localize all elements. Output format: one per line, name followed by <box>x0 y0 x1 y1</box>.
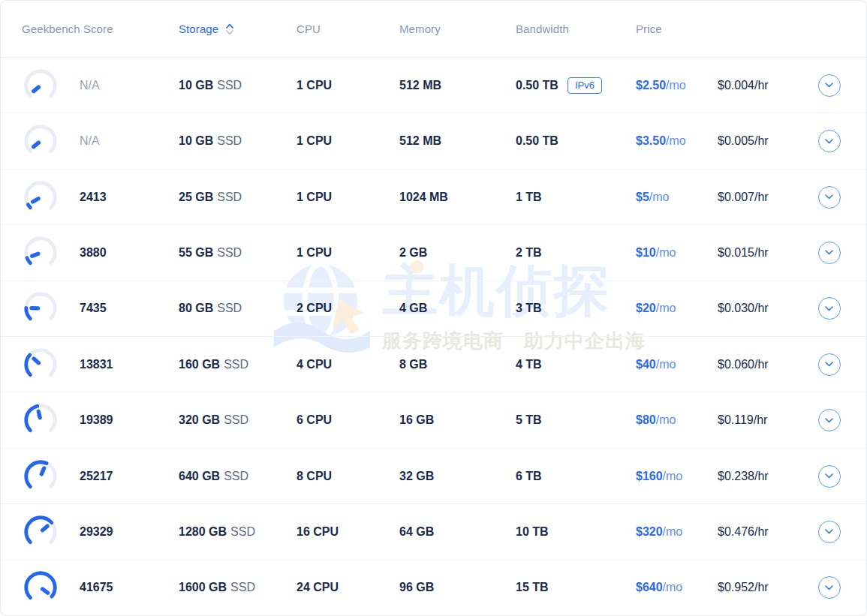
gauge-icon <box>22 458 59 495</box>
table-row: 2413 25 GBSSD 1 CPU 1024 MB 1 TB $5/mo $… <box>1 169 866 224</box>
memory-value: 1024 MB <box>399 191 516 204</box>
expand-row-button[interactable] <box>818 409 841 431</box>
storage-value: 640 GB <box>179 470 220 482</box>
price-monthly-suffix: /mo <box>656 413 676 426</box>
storage-unit: SSD <box>224 413 248 426</box>
geekbench-score-value: 19389 <box>80 413 179 427</box>
table-row: 7435 80 GBSSD 2 CPU 4 GB 3 TB $20/mo $0.… <box>1 281 866 336</box>
storage-unit: SSD <box>217 134 242 147</box>
bandwidth-value: 1 TB <box>516 191 542 204</box>
ipv6-badge: IPv6 <box>567 77 602 94</box>
geekbench-score-value: 41675 <box>80 581 179 594</box>
bandwidth-value: 0.50 TB <box>516 79 558 92</box>
price-hourly: $0.476/hr <box>718 525 811 539</box>
gauge-icon <box>22 513 59 551</box>
gauge-icon <box>22 401 59 439</box>
storage-unit: SSD <box>230 525 255 538</box>
expand-row-button[interactable] <box>818 130 841 152</box>
storage-unit: SSD <box>217 191 242 203</box>
cpu-value: 1 CPU <box>297 246 399 260</box>
memory-value: 8 GB <box>399 358 516 371</box>
expand-row-button[interactable] <box>818 576 841 599</box>
gauge-icon <box>22 179 59 216</box>
column-header-memory: Memory <box>399 23 516 35</box>
memory-value: 64 GB <box>399 525 516 539</box>
memory-value: 16 GB <box>399 413 516 427</box>
cpu-value: 8 CPU <box>297 470 399 483</box>
price-monthly: $640 <box>636 581 663 593</box>
memory-value: 96 GB <box>399 581 516 594</box>
geekbench-score-value: N/A <box>80 134 179 148</box>
storage-unit: SSD <box>217 302 242 314</box>
chevron-down-icon <box>824 194 834 200</box>
chevron-down-icon <box>824 249 834 256</box>
geekbench-score-value: 25217 <box>80 470 179 483</box>
chevron-down-icon <box>824 417 834 424</box>
cpu-value: 1 CPU <box>297 79 399 92</box>
price-hourly: $0.952/hr <box>718 581 811 594</box>
price-monthly-suffix: /mo <box>649 191 670 203</box>
geekbench-score-value: 29329 <box>80 525 179 539</box>
column-header-storage[interactable]: Storage <box>179 23 297 36</box>
storage-value: 10 GB <box>179 79 213 92</box>
table-row: 3880 55 GBSSD 1 CPU 2 GB 2 TB $10/mo $0.… <box>1 224 866 280</box>
expand-row-button[interactable] <box>818 186 841 209</box>
gauge-icon <box>22 67 59 104</box>
storage-unit: SSD <box>224 470 248 482</box>
bandwidth-value: 6 TB <box>516 470 542 483</box>
price-monthly: $2.50 <box>636 79 666 92</box>
storage-unit: SSD <box>224 358 248 371</box>
table-row: N/A 10 GBSSD 1 CPU 512 MB 0.50 TB IPv6 $… <box>1 58 866 113</box>
expand-row-button[interactable] <box>818 521 841 543</box>
price-hourly: $0.004/hr <box>718 79 811 92</box>
storage-value: 1280 GB <box>179 525 227 538</box>
price-hourly: $0.119/hr <box>718 413 811 427</box>
table-row: N/A 10 GBSSD 1 CPU 512 MB 0.50 TB $3.50/… <box>1 113 866 168</box>
price-monthly: $320 <box>636 525 663 538</box>
chevron-down-icon <box>824 584 834 591</box>
bandwidth-value: 10 TB <box>516 525 549 539</box>
price-hourly: $0.005/hr <box>718 134 811 148</box>
price-monthly: $5 <box>636 191 649 203</box>
price-hourly: $0.015/hr <box>718 246 811 260</box>
geekbench-score-value: 7435 <box>80 302 179 315</box>
column-header-storage-label: Storage <box>179 23 218 35</box>
memory-value: 32 GB <box>399 470 516 483</box>
price-monthly-suffix: /mo <box>663 470 683 482</box>
storage-value: 10 GB <box>179 134 213 147</box>
sort-icon[interactable] <box>225 23 234 36</box>
cpu-value: 2 CPU <box>297 302 399 315</box>
cpu-value: 6 CPU <box>297 413 399 427</box>
bandwidth-value: 3 TB <box>516 302 542 315</box>
memory-value: 4 GB <box>399 302 516 315</box>
expand-row-button[interactable] <box>818 74 841 97</box>
storage-unit: SSD <box>230 581 255 593</box>
price-monthly-suffix: /mo <box>656 246 676 259</box>
price-monthly: $3.50 <box>636 134 666 147</box>
price-hourly: $0.007/hr <box>718 191 811 204</box>
expand-row-button[interactable] <box>818 297 841 320</box>
cpu-value: 4 CPU <box>297 358 399 371</box>
gauge-icon <box>22 290 59 327</box>
price-monthly-suffix: /mo <box>656 358 676 371</box>
storage-unit: SSD <box>217 79 242 92</box>
cpu-value: 24 CPU <box>297 581 399 594</box>
table-row: 29329 1280 GBSSD 16 CPU 64 GB 10 TB $320… <box>1 503 866 559</box>
bandwidth-value: 2 TB <box>516 246 542 260</box>
table-body: N/A 10 GBSSD 1 CPU 512 MB 0.50 TB IPv6 $… <box>1 58 866 615</box>
price-hourly: $0.030/hr <box>718 302 811 315</box>
cpu-value: 16 CPU <box>297 525 399 539</box>
expand-row-button[interactable] <box>818 465 841 488</box>
price-monthly-suffix: /mo <box>666 79 686 92</box>
storage-value: 55 GB <box>179 246 213 259</box>
expand-row-button[interactable] <box>818 353 841 376</box>
storage-value: 25 GB <box>179 191 213 203</box>
storage-value: 80 GB <box>179 302 213 314</box>
price-hourly: $0.060/hr <box>718 358 811 371</box>
table-header-row: Geekbench Score Storage CPU Memory Bandw… <box>1 1 866 58</box>
storage-value: 320 GB <box>179 413 220 426</box>
table-row: 13831 160 GBSSD 4 CPU 8 GB 4 TB $40/mo $… <box>1 336 866 392</box>
chevron-down-icon <box>824 528 834 535</box>
table-row: 41675 1600 GBSSD 24 CPU 96 GB 15 TB $640… <box>1 560 866 615</box>
expand-row-button[interactable] <box>818 242 841 264</box>
